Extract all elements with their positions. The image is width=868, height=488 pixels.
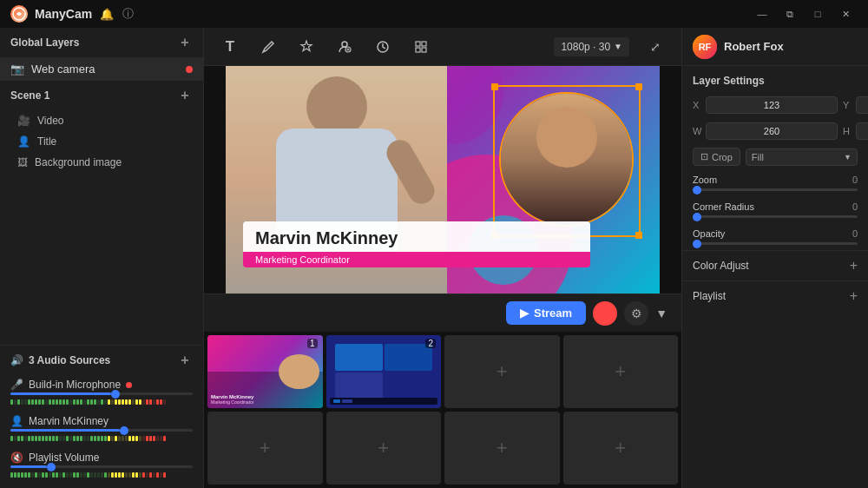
user-header: RF Robert Fox — [682, 28, 868, 66]
active-dot — [186, 66, 193, 73]
opacity-slider[interactable] — [693, 242, 858, 245]
sp2-cell-2 — [385, 344, 432, 371]
background-label: Background image — [35, 156, 122, 168]
scene-cell-1[interactable]: Marvin McKinney Marketing Coordinator 1 — [207, 335, 323, 408]
resolution-badge[interactable]: 1080p · 30 ▼ — [554, 37, 629, 56]
add-audio-source-button[interactable]: + — [177, 353, 193, 368]
expand-button[interactable]: ⤢ — [643, 35, 667, 59]
settings-button[interactable]: ⚙ — [624, 301, 648, 326]
audio-source-playlist: 🔇 Playlist Volume — [0, 448, 203, 485]
playlist-label: Playlist — [693, 290, 726, 302]
fill-label: Fill — [752, 152, 764, 162]
handle-top-left[interactable] — [491, 83, 498, 90]
mic-icon: 🎤 — [10, 379, 23, 391]
close-button[interactable]: ✕ — [833, 5, 858, 23]
h-input[interactable] — [856, 122, 868, 140]
sidebar-item-background[interactable]: 🖼 Background image — [0, 152, 203, 173]
scene-cell-2[interactable]: 2 — [326, 335, 442, 408]
y-coord-group: Y — [843, 96, 868, 114]
sp2-cell-4 — [385, 373, 432, 399]
web-camera-layer[interactable]: 📷 Web camera — [0, 57, 203, 81]
clock-tool-button[interactable] — [371, 35, 395, 59]
marvin-label: Marvin McKinney — [29, 415, 108, 427]
app-name: ManyCam — [35, 7, 92, 21]
add-global-layer-button[interactable]: + — [177, 35, 193, 50]
marvin-volume-slider[interactable] — [10, 429, 193, 432]
scene-cell-8[interactable]: + — [563, 412, 679, 485]
svg-rect-7 — [422, 48, 426, 52]
scene-cell-5[interactable]: + — [207, 412, 323, 485]
x-label: X — [693, 100, 703, 110]
color-adjust-plus-icon: + — [850, 258, 858, 274]
sidebar-item-video[interactable]: 🎥 Video — [0, 110, 203, 131]
y-input[interactable] — [856, 96, 868, 114]
record-button[interactable] — [593, 301, 617, 326]
playlist-volume-slider[interactable] — [10, 465, 193, 468]
color-adjust-row[interactable]: Color Adjust + — [682, 250, 868, 280]
volume-icon: 🔇 — [10, 452, 23, 464]
maximize-button[interactable]: □ — [806, 5, 830, 23]
info-icon[interactable]: ⓘ — [120, 6, 135, 22]
zoom-value: 0 — [852, 175, 858, 185]
h-label: H — [843, 126, 853, 136]
name-card-background: Marvin McKinney — [243, 221, 590, 252]
preview-area: Marvin McKinney Marketing Coordinator — [204, 66, 681, 293]
microphone-volume-slider[interactable] — [10, 392, 193, 395]
grid-tool-button[interactable] — [409, 35, 433, 59]
person2-icon: 👤 — [10, 415, 23, 427]
pen-tool-button[interactable] — [256, 35, 280, 59]
h-coord-group: H — [843, 122, 868, 140]
speaker-icon: 🔊 — [10, 354, 23, 366]
svg-point-1 — [342, 42, 347, 47]
screen-preview-grid — [335, 344, 433, 399]
playlist-name-row: 🔇 Playlist Volume — [10, 452, 193, 464]
crop-icon: ⊡ — [700, 151, 708, 162]
audio-sources-label: 3 Audio Sources — [29, 354, 110, 366]
w-input[interactable] — [706, 122, 838, 140]
stream-icon: ▶ — [520, 307, 529, 320]
zoom-label: Zoom — [693, 175, 717, 185]
corner-radius-slider[interactable] — [693, 215, 858, 218]
minimize-button[interactable]: — — [750, 5, 774, 23]
scene-cell-7[interactable]: + — [444, 412, 560, 485]
text-tool-button[interactable]: T — [218, 35, 242, 59]
scene-grid: Marvin McKinney Marketing Coordinator 1 — [204, 332, 681, 488]
scene-cell-6[interactable]: + — [326, 412, 442, 485]
stream-button[interactable]: ▶ Stream — [506, 301, 586, 325]
opacity-label-row: Opacity 0 — [693, 228, 858, 239]
audio-sources-header: 🔊 3 Audio Sources + — [0, 346, 203, 375]
effect-tool-button[interactable] — [294, 35, 319, 59]
user-avatar: RF — [693, 35, 717, 59]
add-scene-button[interactable]: + — [177, 88, 193, 103]
title-bar: ManyCam 🔔 ⓘ — ⧉ □ ✕ — [0, 0, 868, 28]
svg-rect-4 — [416, 42, 420, 46]
playlist-row[interactable]: Playlist + — [682, 280, 868, 311]
video-label: Video — [37, 115, 63, 127]
crop-button[interactable]: ⊡ Crop — [693, 148, 740, 166]
audio-section: 🔊 3 Audio Sources + 🎤 Build-in Microphon… — [0, 345, 203, 488]
handle-bottom-right[interactable] — [635, 232, 642, 239]
scene-preview-2 — [326, 335, 442, 408]
fill-select[interactable]: Fill ▼ — [746, 148, 858, 166]
opacity-value: 0 — [852, 228, 858, 239]
restore-button[interactable]: ⧉ — [778, 5, 802, 23]
zoom-slider[interactable] — [693, 188, 858, 191]
bell-icon[interactable]: 🔔 — [99, 6, 115, 22]
sidebar-item-title[interactable]: 👤 Title — [0, 131, 203, 152]
user-name: Robert Fox — [724, 40, 784, 53]
right-sidebar: RF Robert Fox Layer Settings X Y ↺ ↻ W — [681, 28, 868, 488]
scene-cell-4[interactable]: + — [563, 335, 679, 408]
expand-chevron-button[interactable]: ▼ — [655, 307, 667, 320]
user-tool-button[interactable] — [332, 35, 357, 59]
playlist-plus-icon: + — [850, 288, 858, 304]
marvin-name-row: 👤 Marvin McKinney — [10, 415, 193, 427]
center-content: T — [204, 28, 681, 488]
person-name: Marvin McKinney — [255, 228, 578, 248]
handle-top-right[interactable] — [635, 83, 642, 90]
resolution-label: 1080p · 30 — [561, 41, 610, 53]
x-input[interactable] — [706, 96, 838, 114]
playlist-meter — [10, 471, 193, 478]
color-adjust-label: Color Adjust — [693, 260, 749, 272]
svg-rect-6 — [416, 48, 420, 52]
scene-cell-3[interactable]: + — [444, 335, 560, 408]
